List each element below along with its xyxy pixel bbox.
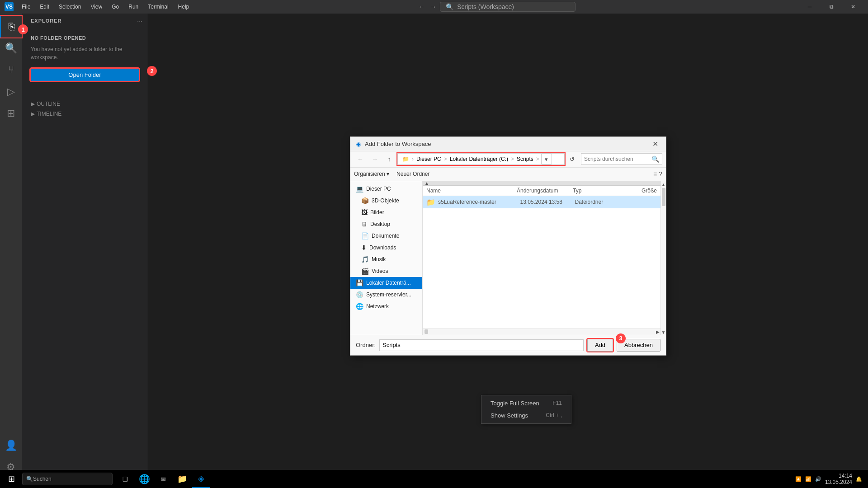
activity-extensions[interactable]: ⊞ — [0, 103, 22, 124]
taskbar-search[interactable]: 🔍 Suchen — [22, 473, 113, 485]
minimize-button[interactable]: ─ — [799, 0, 820, 14]
dialog-file-area: ▲ Name Änderungsdatum Typ Größe — [423, 181, 660, 335]
h-scroll-track — [428, 329, 655, 334]
activity-account[interactable]: 👤 — [0, 435, 22, 456]
sidebar-item-dieser-pc[interactable]: 💻 Dieser PC — [350, 183, 422, 195]
taskbar-edge[interactable]: 🌐 — [135, 470, 153, 488]
titlebar: VS File Edit Selection View Go Run Termi… — [0, 0, 868, 14]
dialog-secondary-toolbar: Organisieren ▾ Neuer Ordner ≡ ? — [350, 168, 666, 181]
breadcrumb-dieser-pc[interactable]: Dieser PC — [415, 155, 443, 163]
menu-bar: File Edit Selection View Go Run Terminal… — [18, 3, 193, 11]
titlebar-nav: ← → 🔍 Scripts (Workspace) — [416, 2, 576, 12]
view-toggle-button[interactable]: ≡ — [653, 170, 657, 178]
sidebar-header: EXPLORER ··· — [22, 14, 148, 26]
sidebar-item-desktop[interactable]: 🖥 Desktop — [350, 218, 422, 230]
extensions-activity-icon: ⊞ — [7, 108, 15, 119]
activity-explorer[interactable]: ⎘ — [0, 16, 22, 38]
task-view-icon: ❑ — [123, 476, 128, 483]
start-button[interactable]: ⊞ — [2, 470, 20, 488]
menu-edit[interactable]: Edit — [36, 3, 53, 11]
dialog-refresh-button[interactable]: ↺ — [566, 154, 577, 164]
horizontal-scrollbar[interactable]: ▶ — [423, 328, 660, 335]
menu-run[interactable]: Run — [125, 3, 142, 11]
sidebar-item-musik[interactable]: 🎵 Musik — [350, 253, 422, 265]
taskbar-task-view[interactable]: ❑ — [116, 470, 134, 488]
sidebar-item-videos[interactable]: 🎬 Videos — [350, 265, 422, 277]
scroll-up-icon[interactable]: ▲ — [425, 181, 429, 186]
vertical-scrollbar[interactable]: ▲ ▼ — [660, 181, 666, 335]
breadcrumb-dropdown[interactable]: ▾ — [541, 154, 552, 164]
global-search[interactable]: 🔍 Scripts (Workspace) — [440, 2, 576, 12]
sidebar-item-3d-objekte[interactable]: 📦 3D-Objekte — [350, 195, 422, 206]
nav-back-button[interactable]: ← — [416, 2, 426, 11]
sidebar-item-dokumente[interactable]: 📄 Dokumente — [350, 230, 422, 242]
menu-terminal[interactable]: Terminal — [144, 3, 172, 11]
dialog-search-icon: 🔍 — [651, 155, 659, 163]
notification-icon[interactable]: 🔼 — [795, 476, 802, 482]
sidebar-item-bilder[interactable]: 🖼 Bilder — [350, 206, 422, 218]
notification-bell-icon[interactable]: 🔔 — [856, 476, 862, 482]
taskbar-clock[interactable]: 14:14 13.05.2024 — [825, 473, 852, 485]
search-icon: 🔍 — [444, 2, 455, 11]
sidebar-bottom: ▶ OUTLINE ▶ TIMELINE — [22, 99, 148, 119]
organize-button[interactable]: Organisieren ▾ — [354, 171, 389, 177]
v-scroll-up-icon[interactable]: ▲ — [661, 182, 666, 187]
sidebar-item-system-reserviert[interactable]: 💿 System-reservier... — [350, 289, 422, 300]
taskbar-mail[interactable]: ✉ — [154, 470, 172, 488]
network-icon[interactable]: 📶 — [805, 476, 811, 482]
netzwerk-label: Netzwerk — [366, 303, 389, 310]
activity-search[interactable]: 🔍 — [0, 38, 22, 59]
cancel-button[interactable]: Abbrechen — [617, 339, 660, 352]
menu-go[interactable]: Go — [108, 3, 123, 11]
dialog-search-input[interactable] — [584, 156, 650, 162]
menu-help[interactable]: Help — [175, 3, 193, 11]
dialog-forward-button[interactable]: → — [368, 153, 381, 165]
new-folder-button[interactable]: Neuer Ordner — [396, 171, 429, 177]
menu-file[interactable]: File — [18, 3, 34, 11]
videos-label: Videos — [372, 268, 388, 274]
v-scroll-container: ▲ ▼ — [661, 181, 666, 335]
close-button[interactable]: ✕ — [843, 0, 863, 14]
col-size: Größe — [629, 188, 657, 194]
sidebar-more-actions[interactable]: ··· — [137, 17, 142, 24]
taskbar-file-explorer[interactable]: 📁 — [173, 470, 191, 488]
timeline-section[interactable]: ▶ TIMELINE — [27, 109, 142, 119]
v-scroll-down-icon[interactable]: ▼ — [661, 330, 666, 335]
h-scroll-right-icon[interactable]: ▶ — [655, 329, 660, 334]
breadcrumb-scripts[interactable]: Scripts — [515, 155, 535, 163]
dialog-back-button[interactable]: ← — [354, 153, 367, 165]
add-button[interactable]: Add — [587, 339, 613, 352]
dialog-folder-sidebar: 💻 Dieser PC 📦 3D-Objekte 🖼 Bilder � — [350, 181, 423, 335]
sidebar-item-downloads[interactable]: ⬇ Downloads — [350, 242, 422, 253]
edge-icon: 🌐 — [139, 474, 150, 484]
table-row[interactable]: 📁 s5LuaReference-master 13.05.2024 13:58… — [423, 196, 660, 208]
dialog-close-button[interactable]: ✕ — [650, 138, 660, 149]
open-folder-button[interactable]: Open Folder — [31, 69, 139, 81]
v-scroll-thumb[interactable] — [662, 188, 665, 206]
breadcrumb-bar[interactable]: 📁 › Dieser PC > Lokaler Datenträger (C:)… — [397, 153, 565, 165]
run-activity-icon: ▷ — [7, 86, 15, 98]
maximize-button[interactable]: ⧉ — [821, 0, 842, 14]
folder-name-input[interactable] — [379, 339, 584, 351]
menu-view[interactable]: View — [87, 3, 106, 11]
dokumente-label: Dokumente — [372, 233, 399, 239]
sidebar-actions: ··· — [137, 17, 142, 24]
volume-icon[interactable]: 🔊 — [815, 476, 821, 482]
nav-forward-button[interactable]: → — [428, 2, 438, 11]
activity-run[interactable]: ▷ — [0, 81, 22, 103]
outline-section[interactable]: ▶ OUTLINE — [27, 99, 142, 109]
desktop-icon: 🖥 — [361, 221, 368, 228]
sidebar-item-netzwerk[interactable]: 🌐 Netzwerk — [350, 300, 422, 312]
help-button[interactable]: ? — [659, 170, 662, 178]
search-activity-icon: 🔍 — [5, 42, 17, 54]
h-scroll-thumb[interactable] — [425, 329, 428, 334]
activity-source-control[interactable]: ⑂ — [0, 59, 22, 81]
dialog-up-button[interactable]: ↑ — [383, 153, 396, 165]
sidebar-item-lokaler-datentraeger[interactable]: 💾 Lokaler Datenträ... — [350, 277, 422, 289]
taskbar-vscode[interactable]: ◈ — [192, 470, 210, 488]
taskbar-search-icon: 🔍 — [26, 476, 33, 482]
menu-selection[interactable]: Selection — [55, 3, 85, 11]
dialog-search-box[interactable]: 🔍 — [581, 153, 662, 165]
breadcrumb-lokaler[interactable]: Lokaler Datenträger (C:) — [448, 155, 510, 163]
no-folder-section: 1 NO FOLDER OPENED You have not yet adde… — [22, 26, 148, 90]
